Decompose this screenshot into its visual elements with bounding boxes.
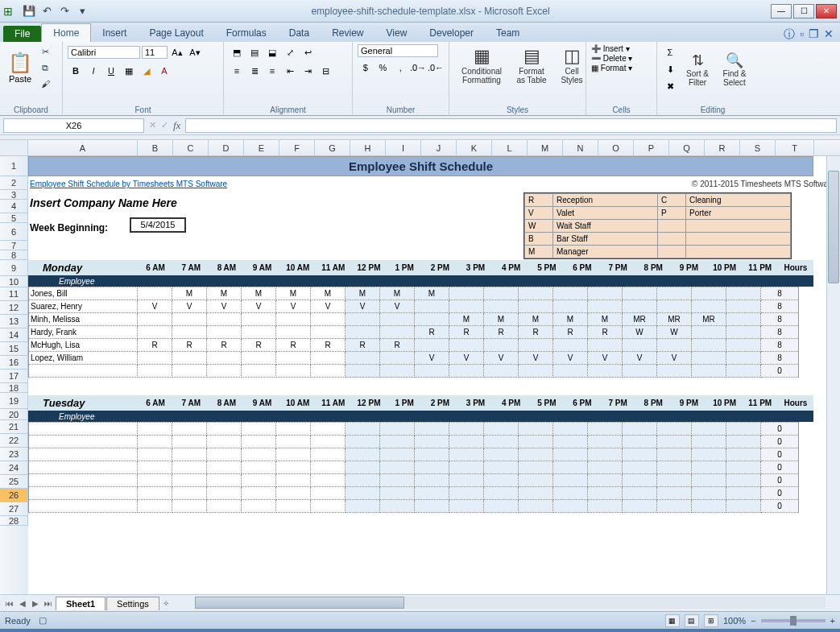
name-box[interactable] [3,118,144,133]
row-header[interactable]: 24 [0,461,28,475]
formula-input[interactable] [185,118,837,133]
row-header[interactable]: 2 [0,176,28,190]
row-header[interactable]: 5 [0,213,28,223]
horizontal-scrollbar[interactable] [180,595,840,611]
copy-button[interactable]: ⧉ [38,60,52,75]
ribbon-tab-insert[interactable]: Insert [91,24,138,42]
align-bottom-button[interactable]: ⬓ [264,44,280,60]
undo-button[interactable]: ↶ [39,3,55,19]
row-header[interactable]: 12 [0,301,28,315]
column-header[interactable]: I [386,140,421,155]
row-header[interactable]: 17 [0,370,28,383]
row-header[interactable]: 14 [0,328,28,342]
column-header[interactable]: G [315,140,350,155]
ribbon-tab-data[interactable]: Data [278,24,321,42]
macro-record-icon[interactable]: ▢ [39,615,47,626]
minimize-button[interactable]: — [771,4,792,19]
increase-indent-button[interactable]: ⇥ [300,63,316,79]
tab-nav-next[interactable]: ▶ [29,599,42,608]
zoom-in-button[interactable]: + [830,616,835,626]
autosum-button[interactable]: Σ [662,44,678,60]
restore-window-icon[interactable]: ❐ [809,27,819,42]
row-header[interactable]: 21 [0,420,28,434]
cell-styles-button[interactable]: ◫Cell Styles [554,44,590,86]
underline-button[interactable]: U [103,63,119,79]
column-header[interactable]: M [528,140,563,155]
merge-button[interactable]: ⊟ [317,63,333,79]
row-header[interactable]: 9 [0,260,28,276]
shift-grid[interactable]: Jones, BillMMMMMMMM8Suarez, HenryVVVVVVV… [28,287,799,378]
column-header[interactable]: H [350,140,386,155]
column-header[interactable]: A [28,140,138,155]
align-left-button[interactable]: ≡ [229,63,245,79]
qat-customize-button[interactable]: ▾ [74,3,90,19]
row-header[interactable]: 16 [0,356,28,370]
align-right-button[interactable]: ≡ [264,63,280,79]
row-header[interactable]: 7 [0,241,28,250]
clear-button[interactable]: ✖ [662,78,678,94]
cancel-formula-icon[interactable]: ✕ [149,120,156,130]
row-header[interactable]: 6 [0,223,28,241]
font-name-combo[interactable]: Calibri [68,46,140,59]
row-header[interactable]: 1 [0,156,28,176]
ribbon-tab-team[interactable]: Team [485,24,531,42]
row-header[interactable]: 18 [0,383,28,393]
column-header[interactable]: O [598,140,634,155]
company-name-field[interactable]: Insert Company Name Here [30,196,177,209]
file-tab[interactable]: File [3,26,41,42]
row-header[interactable]: 20 [0,409,28,420]
sheet-tab[interactable]: Sheet1 [56,597,106,610]
close-button[interactable]: ✕ [816,4,837,19]
row-header[interactable]: 19 [0,393,28,409]
decrease-font-button[interactable]: A▾ [187,44,203,60]
column-header[interactable]: E [244,140,279,155]
column-header[interactable]: L [492,140,528,155]
decrease-decimal-button[interactable]: .0← [428,60,444,76]
shift-grid[interactable]: 0000000 [28,422,799,513]
cut-button[interactable]: ✂ [38,44,52,59]
page-break-view-button[interactable]: ⊞ [704,614,718,627]
font-size-combo[interactable]: 11 [142,46,168,59]
font-color-button[interactable]: A [156,63,172,79]
sheet-tab[interactable]: Settings [106,597,159,610]
row-header[interactable]: 28 [0,516,28,526]
ribbon-tab-developer[interactable]: Developer [418,24,485,42]
column-header[interactable]: C [173,140,209,155]
cells-area[interactable]: Employee Shift ScheduleEmployee Shift Sc… [28,156,840,594]
row-header[interactable]: 13 [0,315,28,328]
page-layout-view-button[interactable]: ▤ [685,614,699,627]
vertical-scrollbar[interactable] [826,156,840,594]
zoom-out-button[interactable]: − [751,616,755,626]
bold-button[interactable]: B [68,63,84,79]
row-header[interactable]: 3 [0,190,28,200]
column-header[interactable]: B [138,140,173,155]
italic-button[interactable]: I [85,63,101,79]
ribbon-tab-home[interactable]: Home [41,23,91,42]
close-workbook-icon[interactable]: ✕ [824,27,834,42]
row-header[interactable]: 26 [0,489,28,502]
new-sheet-button[interactable]: ✧ [159,599,172,608]
number-format-combo[interactable]: General [358,44,438,57]
row-header[interactable]: 27 [0,502,28,516]
row-header[interactable]: 25 [0,475,28,489]
currency-button[interactable]: $ [358,60,374,76]
week-beginning-value[interactable]: 5/4/2015 [130,217,186,233]
tab-nav-last[interactable]: ⏭ [42,599,55,608]
insert-cells-button[interactable]: ➕ Insert ▾ [591,44,652,53]
increase-decimal-button[interactable]: .0→ [410,60,426,76]
select-all-button[interactable] [0,140,28,156]
row-header[interactable]: 22 [0,434,28,448]
percent-button[interactable]: % [375,60,391,76]
tab-nav-first[interactable]: ⏮ [3,599,16,608]
column-header[interactable]: F [279,140,315,155]
format-cells-button[interactable]: ▦ Format ▾ [591,64,652,72]
borders-button[interactable]: ▦ [121,63,137,79]
align-middle-button[interactable]: ▤ [246,44,263,60]
column-header[interactable]: K [457,140,492,155]
column-header[interactable]: S [740,140,776,155]
tab-nav-prev[interactable]: ◀ [16,599,29,608]
column-header[interactable]: R [705,140,740,155]
minimize-ribbon-icon[interactable]: ▫ [800,27,804,42]
row-header[interactable]: 4 [0,200,28,213]
row-header[interactable]: 11 [0,287,28,301]
